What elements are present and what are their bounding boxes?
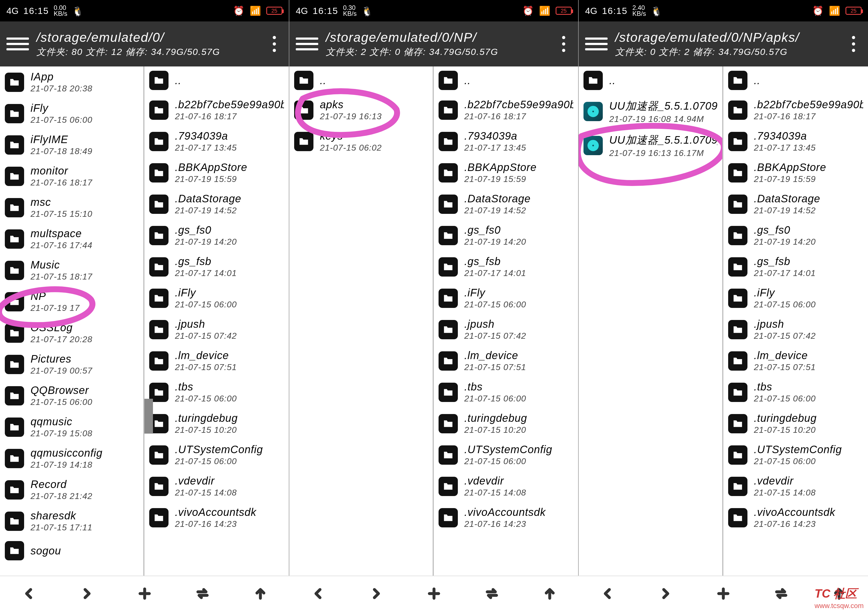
file-item[interactable]: iFlyIME21-07-18 18:49	[0, 129, 143, 161]
file-item[interactable]: .tbs21-07-15 06:00	[723, 377, 868, 408]
file-item[interactable]: QQBrowser21-07-15 06:00	[0, 380, 143, 411]
overflow-button[interactable]	[556, 36, 572, 52]
file-item[interactable]: .UTSystemConfig21-07-15 06:00	[144, 439, 289, 471]
file-item[interactable]: qqmusic21-07-19 15:08	[0, 411, 143, 443]
path-text[interactable]: /storage/emulated/0/	[36, 30, 266, 45]
file-item[interactable]: monitor21-07-16 18:17	[0, 161, 143, 192]
file-item[interactable]: .lm_device21-07-15 07:51	[144, 345, 289, 377]
file-item[interactable]: keys21-07-15 06:02	[289, 126, 432, 157]
file-item[interactable]: .lm_device21-07-15 07:51	[434, 345, 578, 377]
file-item[interactable]: .gs_fsb21-07-17 14:01	[144, 251, 289, 282]
overflow-button[interactable]	[266, 36, 282, 52]
left-pane[interactable]: IApp21-07-18 20:38iFly21-07-15 06:00iFly…	[0, 67, 144, 575]
file-item[interactable]: .BBKAppStore21-07-19 15:59	[144, 157, 289, 188]
file-item[interactable]: .vdevdir21-07-15 14:08	[434, 471, 578, 502]
file-item[interactable]: .jpush21-07-15 07:42	[723, 314, 868, 345]
add-button[interactable]	[694, 576, 752, 611]
file-item[interactable]: UU加速器_5.5.1.0709_kill2.apk21-07-19 16:13…	[579, 129, 722, 163]
swap-button[interactable]	[752, 576, 810, 611]
back-button[interactable]	[579, 576, 637, 611]
file-item[interactable]: ..	[144, 67, 289, 94]
file-item[interactable]: NP21-07-19 17	[0, 286, 143, 317]
scrollbar[interactable]	[144, 399, 153, 434]
file-item[interactable]: .iFly21-07-15 06:00	[723, 282, 868, 314]
file-item[interactable]: .UTSystemConfig21-07-15 06:00	[723, 439, 868, 471]
file-item[interactable]: .iFly21-07-15 06:00	[144, 282, 289, 314]
file-item[interactable]: .b22bf7cbe59e99a90b5cefbf94f9bbfd21-07-1…	[144, 94, 289, 126]
file-item[interactable]: .UTSystemConfig21-07-15 06:00	[434, 439, 578, 471]
file-item[interactable]: .7934039a21-07-17 13:45	[434, 126, 578, 157]
file-item[interactable]: IApp21-07-18 20:38	[0, 67, 143, 98]
file-item[interactable]: .b22bf7cbe59e99a90b5cefbf94f9bbfd21-07-1…	[434, 94, 578, 126]
up-button[interactable]	[521, 576, 579, 611]
menu-button[interactable]	[585, 33, 608, 55]
file-item[interactable]: .BBKAppStore21-07-19 15:59	[723, 157, 868, 188]
file-item[interactable]: ..	[434, 67, 578, 94]
apk-icon	[583, 136, 603, 155]
file-item[interactable]: .vivoAccountsdk21-07-16 14:23	[723, 502, 868, 533]
file-item[interactable]: .7934039a21-07-17 13:45	[144, 126, 289, 157]
file-item[interactable]: .gs_fs021-07-19 14:20	[144, 220, 289, 251]
file-item[interactable]: .DataStorage21-07-19 14:52	[434, 188, 578, 220]
file-item[interactable]: .gs_fsb21-07-17 14:01	[434, 251, 578, 282]
file-item[interactable]: .vdevdir21-07-15 14:08	[723, 471, 868, 502]
forward-button[interactable]	[637, 576, 694, 611]
menu-button[interactable]	[6, 33, 29, 55]
add-button[interactable]	[405, 576, 463, 611]
add-button[interactable]	[116, 576, 174, 611]
file-item[interactable]: .gs_fs021-07-19 14:20	[723, 220, 868, 251]
file-item[interactable]: .jpush21-07-15 07:42	[434, 314, 578, 345]
file-item[interactable]: sharesdk21-07-15 17:11	[0, 506, 143, 537]
file-item[interactable]: .DataStorage21-07-19 14:52	[144, 188, 289, 220]
file-item[interactable]: iFly21-07-15 06:00	[0, 98, 143, 129]
file-item[interactable]: sogou	[0, 537, 143, 564]
forward-button[interactable]	[58, 576, 116, 611]
file-item[interactable]: .lm_device21-07-15 07:51	[723, 345, 868, 377]
back-button[interactable]	[289, 576, 347, 611]
file-item[interactable]: .turingdebug21-07-15 10:20	[144, 408, 289, 439]
file-item[interactable]: .DataStorage21-07-19 14:52	[723, 188, 868, 220]
file-item[interactable]: .gs_fsb21-07-17 14:01	[723, 251, 868, 282]
file-item[interactable]: ..	[723, 67, 868, 94]
file-item[interactable]: .vivoAccountsdk21-07-16 14:23	[434, 502, 578, 533]
forward-button[interactable]	[347, 576, 405, 611]
swap-button[interactable]	[463, 576, 521, 611]
file-item[interactable]: OSSLog21-07-17 20:28	[0, 317, 143, 349]
file-item[interactable]: Music21-07-15 18:17	[0, 254, 143, 286]
file-item[interactable]: ..	[289, 67, 432, 94]
file-item[interactable]: .iFly21-07-15 06:00	[434, 282, 578, 314]
file-item[interactable]: .tbs21-07-15 06:00	[434, 377, 578, 408]
file-item[interactable]: multspace21-07-16 17:44	[0, 223, 143, 254]
file-item[interactable]: .turingdebug21-07-15 10:20	[723, 408, 868, 439]
file-item[interactable]: Pictures21-07-19 00:57	[0, 349, 143, 380]
file-item[interactable]: qqmusicconfig21-07-19 14:18	[0, 443, 143, 474]
file-item[interactable]: msc21-07-15 15:10	[0, 192, 143, 223]
file-item[interactable]: .jpush21-07-15 07:42	[144, 314, 289, 345]
item-date: 21-07-17 20:28	[31, 335, 138, 344]
left-pane[interactable]: ..apks21-07-19 16:13keys21-07-15 06:02	[289, 67, 434, 575]
file-item[interactable]: .BBKAppStore21-07-19 15:59	[434, 157, 578, 188]
left-pane[interactable]: ..UU加速器_5.5.1.0709.apk21-07-19 16:08 14.…	[579, 67, 723, 575]
file-item[interactable]: apks21-07-19 16:13	[289, 94, 432, 126]
file-item[interactable]: .b22bf7cbe59e99a90b5cefbf94f9bbfd21-07-1…	[723, 94, 868, 126]
file-item[interactable]: .tbs21-07-15 06:00	[144, 377, 289, 408]
file-item[interactable]: UU加速器_5.5.1.0709.apk21-07-19 16:08 14.94…	[579, 94, 722, 129]
path-text[interactable]: /storage/emulated/0/NP/	[326, 30, 556, 45]
swap-button[interactable]	[174, 576, 231, 611]
file-item[interactable]: .gs_fs021-07-19 14:20	[434, 220, 578, 251]
overflow-button[interactable]	[845, 36, 862, 52]
file-item[interactable]: .7934039a21-07-17 13:45	[723, 126, 868, 157]
right-pane[interactable]: ...b22bf7cbe59e99a90b5cefbf94f9bbfd21-07…	[144, 67, 289, 575]
file-item[interactable]: .vdevdir21-07-15 14:08	[144, 471, 289, 502]
right-pane[interactable]: ...b22bf7cbe59e99a90b5cefbf94f9bbfd21-07…	[434, 67, 578, 575]
right-pane[interactable]: ...b22bf7cbe59e99a90b5cefbf94f9bbfd21-07…	[723, 67, 868, 575]
file-item[interactable]: .turingdebug21-07-15 10:20	[434, 408, 578, 439]
file-item[interactable]: Record21-07-18 21:42	[0, 474, 143, 506]
back-button[interactable]	[0, 576, 58, 611]
file-item[interactable]: ..	[579, 67, 722, 94]
file-item[interactable]: .vivoAccountsdk21-07-16 14:23	[144, 502, 289, 533]
folder-icon	[5, 73, 24, 92]
menu-button[interactable]	[296, 33, 318, 55]
up-button[interactable]	[231, 576, 289, 611]
path-text[interactable]: /storage/emulated/0/NP/apks/	[615, 30, 845, 45]
